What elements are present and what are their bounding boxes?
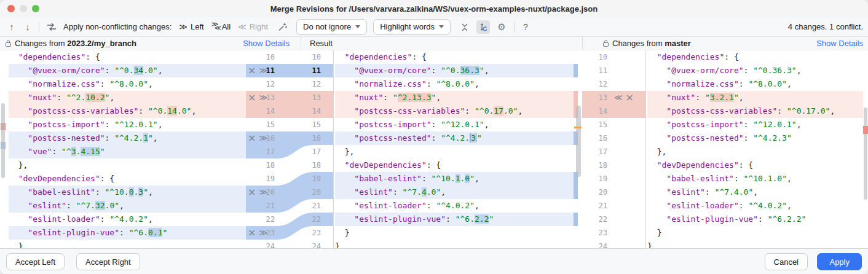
title-bar: Merge Revisions for /Users/varvara.zaiki…: [0, 0, 868, 17]
gutter-row: 23: [582, 226, 645, 240]
ignore-change-icon[interactable]: ×: [248, 91, 256, 104]
gutter-row: 11: [582, 64, 645, 77]
code-line: }: [9, 240, 246, 248]
apply-right-label: Right: [250, 22, 268, 31]
scrollbar-thumb[interactable]: [864, 108, 867, 200]
merge-editor-area: "dependencies": { "@vuex-orm/core": "^0.…: [0, 50, 868, 248]
code-line: "vue": "^3.4.15": [9, 145, 246, 159]
line-number: 24: [587, 240, 607, 248]
double-chevron-left-icon: ≪: [238, 22, 247, 31]
line-number: 19: [258, 172, 275, 186]
line-number: 10: [258, 50, 275, 64]
apply-change-to-result-icon[interactable]: ≪: [614, 91, 623, 104]
gutter-row: 22: [582, 213, 645, 226]
code-line: "postcss-nested": "^4.2.3": [647, 131, 863, 145]
gutter-row: 12: [582, 77, 645, 91]
left-show-details-link[interactable]: Show Details: [243, 39, 290, 48]
highlight-mode-dropdown[interactable]: Highlight words: [373, 19, 451, 35]
ignore-change-icon[interactable]: ×: [248, 186, 256, 199]
help-icon[interactable]: ?: [520, 22, 531, 32]
line-number: 18: [258, 159, 275, 172]
apply-non-conflicting-label: Apply non-conflicting changes:: [63, 22, 172, 31]
code-line: "nuxt": "^2.10.2",: [9, 91, 246, 104]
line-number: 15: [300, 118, 321, 131]
change-actions: ≪×: [614, 91, 634, 104]
right-show-details-link[interactable]: Show Details: [816, 39, 863, 48]
line-number: 12: [587, 77, 607, 91]
chevron-down-icon: [355, 25, 360, 28]
close-window-button[interactable]: [7, 5, 15, 12]
line-number: 11: [258, 64, 275, 77]
line-number: 23: [300, 226, 321, 240]
ignore-change-icon[interactable]: ×: [248, 64, 256, 77]
accept-left-button[interactable]: Accept Left: [6, 253, 65, 270]
code-line: },: [9, 159, 246, 172]
code-line: }: [647, 226, 863, 240]
line-number: 19: [587, 172, 607, 186]
apply-all-button[interactable]: ≫≪ All: [211, 22, 231, 32]
code-line: "postcss-css-variables": "^0.14.0",: [9, 104, 246, 118]
line-number: 10: [300, 50, 321, 64]
line-number: 21: [258, 199, 275, 213]
code-line: }: [647, 240, 863, 248]
scrollbar-thumb[interactable]: [576, 106, 581, 177]
apply-right-button[interactable]: ≪ Right: [238, 22, 268, 31]
apply-button[interactable]: Apply: [817, 253, 862, 270]
ignore-policy-dropdown[interactable]: Do not ignore: [296, 19, 367, 35]
line-number: 17: [300, 145, 321, 159]
line-number: 18: [300, 159, 321, 172]
left-branch-name: 2023.2/my_branch: [67, 39, 136, 48]
read-only-lock-icon: [5, 39, 12, 47]
line-number: 17: [258, 145, 275, 159]
result-editor-scrollbar[interactable]: [574, 50, 582, 248]
apply-all-label: All: [222, 22, 231, 31]
code-line: "normalize.css": "^8.0.0",: [335, 77, 574, 91]
left-gutter-zone: 1010×≫11111212×≫131314141515×≫1616171718…: [246, 50, 333, 248]
code-line: "babel-eslint": "^10.1.0",: [335, 172, 574, 186]
line-number: 23: [258, 226, 275, 240]
gutter-row: 15: [582, 118, 645, 131]
line-number: 19: [300, 172, 321, 186]
gutter-row: 19: [582, 172, 645, 186]
gutter-row: 13≪×: [582, 91, 645, 104]
cancel-button[interactable]: Cancel: [765, 253, 808, 270]
line-number: 24: [258, 240, 275, 248]
next-change-icon[interactable]: ↓: [22, 22, 33, 32]
result-editor-code[interactable]: "dependencies": { "@vuex-orm/core": "^0.…: [334, 50, 574, 248]
line-number: 15: [258, 118, 275, 131]
left-editor-code: "dependencies": { "@vuex-orm/core": "^0.…: [5, 50, 246, 248]
line-number: 20: [587, 186, 607, 199]
gutter-row: ×≫2020: [246, 186, 333, 199]
ignore-policy-value: Do not ignore: [303, 22, 351, 31]
code-line: "nuxt": "3.2.1",: [647, 91, 863, 104]
code-line: "normalize.css": "^8.0.0",: [647, 77, 863, 91]
ignore-change-icon[interactable]: ×: [248, 226, 256, 240]
ignore-change-icon[interactable]: ×: [248, 131, 256, 145]
line-number: 21: [300, 199, 321, 213]
apply-all-non-conflicting-icon[interactable]: [45, 20, 58, 34]
gutter-row: 2121: [246, 199, 333, 213]
gutter-row: 24: [582, 240, 645, 248]
code-line: "postcss-import": "^12.0.1",: [647, 118, 863, 131]
collapse-unchanged-icon[interactable]: [458, 20, 471, 34]
line-number: 14: [587, 104, 607, 118]
code-line: "postcss-nested": "^4.2.1",: [9, 131, 246, 145]
right-pane-title: Changes from master: [612, 39, 691, 48]
synchronize-scrolling-toggle[interactable]: [476, 20, 490, 34]
line-number: 13: [258, 91, 275, 104]
ignore-change-icon[interactable]: ×: [626, 91, 634, 104]
apply-left-button[interactable]: ≫ Left: [179, 22, 203, 31]
right-pane-header: Changes from master Show Details: [583, 37, 868, 50]
line-number: 16: [258, 131, 275, 145]
line-number: 18: [587, 159, 607, 172]
code-line: "devDependencies": {: [335, 159, 574, 172]
maximize-window-button[interactable]: [32, 5, 39, 12]
minimize-window-button[interactable]: [20, 5, 27, 12]
previous-change-icon[interactable]: ↑: [6, 22, 17, 32]
accept-right-button[interactable]: Accept Right: [76, 253, 140, 270]
toolbar-divider: [39, 22, 39, 33]
code-line: "eslint-loader": "^4.0.2",: [647, 199, 863, 213]
magic-resolve-icon[interactable]: [275, 20, 289, 34]
right-editor-scrollbar[interactable]: [863, 50, 868, 248]
settings-gear-icon[interactable]: ⚙: [495, 20, 508, 34]
